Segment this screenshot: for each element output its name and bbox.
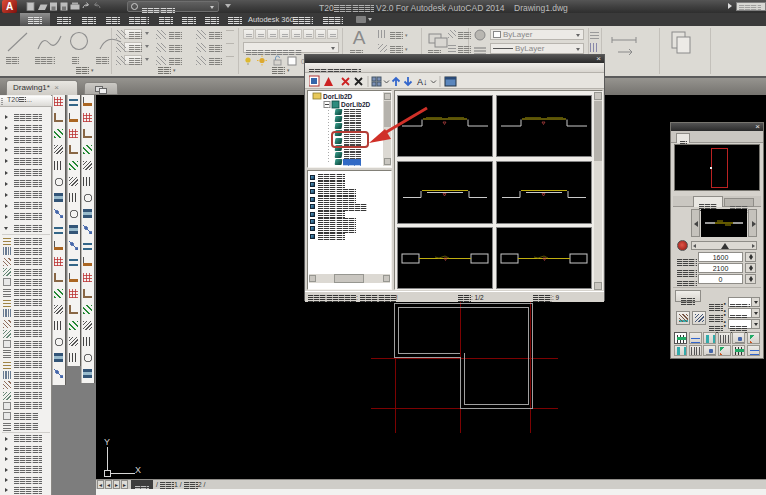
- svg-text:X: X: [135, 465, 141, 475]
- svg-text:A↓: A↓: [417, 77, 428, 87]
- svg-text:Y: Y: [104, 437, 110, 447]
